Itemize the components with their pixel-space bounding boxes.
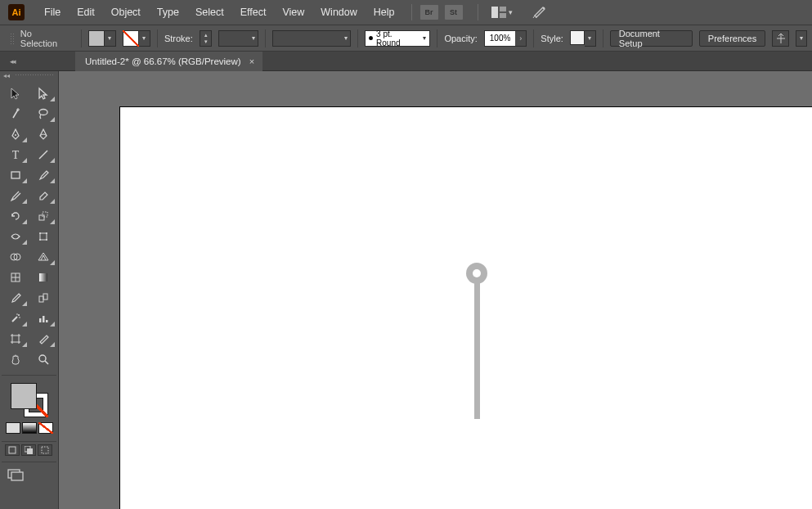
menu-type[interactable]: Type xyxy=(149,2,187,23)
fill-color-control[interactable]: ▾ xyxy=(88,30,116,47)
pen-tool[interactable] xyxy=(2,124,29,144)
width-tool[interactable] xyxy=(2,226,29,246)
stroke-color-control[interactable]: ▾ xyxy=(123,30,150,47)
rotate-tool[interactable] xyxy=(2,205,29,226)
svg-rect-12 xyxy=(39,215,44,220)
eyedropper-tool[interactable] xyxy=(2,287,29,308)
svg-rect-23 xyxy=(39,296,43,302)
lasso-tool[interactable] xyxy=(30,103,56,124)
shape-builder-tool[interactable] xyxy=(2,246,29,267)
none-mode-button[interactable] xyxy=(38,422,53,434)
fill-stroke-block[interactable] xyxy=(0,378,58,439)
paintbrush-tool[interactable] xyxy=(30,164,56,185)
svg-rect-4 xyxy=(500,13,506,18)
collapse-chevrons-icon[interactable]: ◂◂ xyxy=(10,57,15,65)
svg-rect-39 xyxy=(11,472,23,480)
gradient-mode-button[interactable] xyxy=(22,422,37,434)
align-to-dropdown[interactable]: ▾ xyxy=(796,30,807,47)
svg-rect-37 xyxy=(42,447,48,453)
svg-point-26 xyxy=(19,317,20,318)
stock-button[interactable]: St xyxy=(445,5,463,20)
gpu-preview-button[interactable] xyxy=(527,5,552,20)
menu-window[interactable]: Window xyxy=(312,2,365,23)
svg-line-9 xyxy=(39,151,47,159)
opacity-label: Opacity: xyxy=(444,34,477,43)
canvas[interactable] xyxy=(59,71,812,509)
selection-tool[interactable] xyxy=(2,83,29,103)
perspective-grid-tool[interactable] xyxy=(30,246,56,267)
shaper-tool[interactable] xyxy=(2,185,29,205)
artwork-object[interactable] xyxy=(466,263,487,419)
grip-icon[interactable] xyxy=(10,33,14,44)
document-tab[interactable]: Untitled-2* @ 66.67% (RGB/Preview) × xyxy=(75,52,262,70)
document-setup-button[interactable]: Document Setup xyxy=(610,30,693,47)
tools-panel: ◂◂ T xyxy=(0,71,59,509)
slice-tool[interactable] xyxy=(30,328,56,349)
chevron-down-icon: ▾ xyxy=(139,30,150,47)
zoom-tool[interactable] xyxy=(30,349,56,369)
draw-inside-button[interactable] xyxy=(38,444,52,456)
opacity-control[interactable]: 100% › xyxy=(484,30,527,47)
svg-rect-10 xyxy=(11,172,20,178)
document-tab-title: Untitled-2* @ 66.67% (RGB/Preview) xyxy=(85,56,241,66)
gradient-tool[interactable] xyxy=(30,267,56,287)
chevrons-left-icon: ◂◂ xyxy=(3,72,10,79)
fill-large-swatch-icon[interactable] xyxy=(11,383,37,409)
color-mode-button[interactable] xyxy=(6,422,20,434)
brush-preview-icon xyxy=(369,36,373,40)
variable-width-profile-dropdown[interactable]: ▾ xyxy=(272,30,352,47)
arrange-documents-button[interactable]: ▾ xyxy=(487,7,518,18)
menu-edit[interactable]: Edit xyxy=(69,2,103,23)
magic-wand-tool[interactable] xyxy=(2,103,29,124)
svg-rect-29 xyxy=(43,316,45,322)
brush-definition-dropdown[interactable]: 3 pt. Round ▾ xyxy=(365,30,430,47)
preferences-button[interactable]: Preferences xyxy=(699,30,765,47)
menu-help[interactable]: Help xyxy=(366,2,403,23)
rectangle-tool[interactable] xyxy=(2,164,29,185)
grip-icon xyxy=(15,74,53,77)
blend-tool[interactable] xyxy=(30,287,56,308)
fill-swatch-icon xyxy=(88,30,105,47)
brush-name: 3 pt. Round xyxy=(376,29,416,47)
bridge-button[interactable]: Br xyxy=(420,5,438,20)
tools-panel-header[interactable]: ◂◂ xyxy=(0,71,58,79)
symbol-sprayer-tool[interactable] xyxy=(2,308,29,328)
artboard-tool[interactable] xyxy=(2,328,29,349)
screen-mode-button[interactable] xyxy=(0,465,58,483)
workspace: ◂◂ T xyxy=(0,71,812,509)
stroke-weight-spinner[interactable]: ▴▾ xyxy=(200,30,213,47)
mesh-tool[interactable] xyxy=(2,267,29,287)
menu-file[interactable]: File xyxy=(36,2,69,23)
stroke-label: Stroke: xyxy=(164,34,193,43)
svg-point-7 xyxy=(15,134,16,136)
hand-tool[interactable] xyxy=(2,349,29,369)
stroke-weight-dropdown[interactable]: ▾ xyxy=(218,30,258,47)
close-tab-icon[interactable]: × xyxy=(249,56,254,66)
draw-normal-button[interactable] xyxy=(5,444,20,456)
app-logo-icon: Ai xyxy=(8,4,25,20)
options-bar: No Selection ▾ ▾ Stroke: ▴▾ ▾ ▾ 3 pt. Ro… xyxy=(0,25,812,52)
document-tab-strip: ◂◂ Untitled-2* @ 66.67% (RGB/Preview) × xyxy=(0,52,812,71)
draw-behind-button[interactable] xyxy=(21,444,36,456)
free-transform-tool[interactable] xyxy=(30,226,56,246)
direct-selection-tool[interactable] xyxy=(30,83,56,103)
align-icon xyxy=(775,33,787,44)
curvature-tool[interactable] xyxy=(30,124,56,144)
menu-view[interactable]: View xyxy=(274,2,312,23)
align-to-button[interactable] xyxy=(772,30,789,47)
svg-rect-14 xyxy=(40,233,47,240)
style-swatch-icon xyxy=(570,30,585,45)
column-graph-tool[interactable] xyxy=(30,308,56,328)
svg-rect-34 xyxy=(9,447,16,453)
menu-object[interactable]: Object xyxy=(103,2,149,23)
eraser-tool[interactable] xyxy=(30,185,56,205)
line-segment-tool[interactable] xyxy=(30,144,56,164)
svg-rect-2 xyxy=(491,7,498,18)
svg-point-11 xyxy=(12,198,14,200)
menu-select[interactable]: Select xyxy=(187,2,232,23)
type-tool[interactable]: T xyxy=(2,144,29,164)
scale-tool[interactable] xyxy=(30,205,56,226)
svg-point-25 xyxy=(18,314,20,316)
menu-effect[interactable]: Effect xyxy=(232,2,275,23)
graphic-style-control[interactable]: ▾ xyxy=(570,30,596,47)
